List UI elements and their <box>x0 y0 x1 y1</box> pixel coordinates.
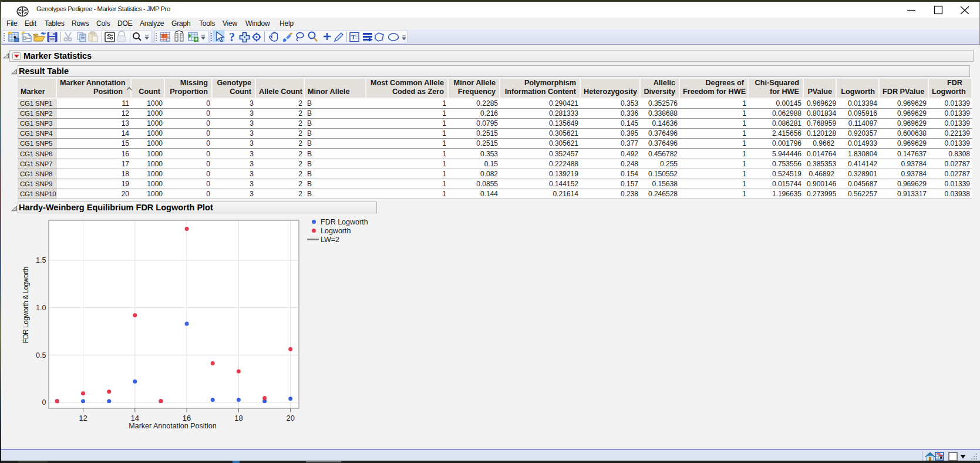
svg-text:LW=2: LW=2 <box>321 236 339 244</box>
svg-text:0.5: 0.5 <box>36 351 46 360</box>
svg-text:T: T <box>351 33 356 41</box>
svg-text:20: 20 <box>286 414 294 422</box>
svg-text:1.0: 1.0 <box>36 304 46 312</box>
svg-text:16: 16 <box>183 414 191 422</box>
svg-text:12: 12 <box>79 414 87 422</box>
svg-text:1.5: 1.5 <box>36 256 46 264</box>
svg-text:Logworth: Logworth <box>321 227 351 235</box>
svg-text:14: 14 <box>131 414 139 422</box>
svg-text:18: 18 <box>234 414 243 422</box>
svg-text:FDR Logworth & Logworth: FDR Logworth & Logworth <box>22 267 30 343</box>
svg-text:0: 0 <box>42 398 46 407</box>
svg-text:?: ? <box>229 31 235 43</box>
svg-text:Marker Annotation Position: Marker Annotation Position <box>129 422 216 430</box>
svg-text:FDR Logworth: FDR Logworth <box>321 218 368 226</box>
